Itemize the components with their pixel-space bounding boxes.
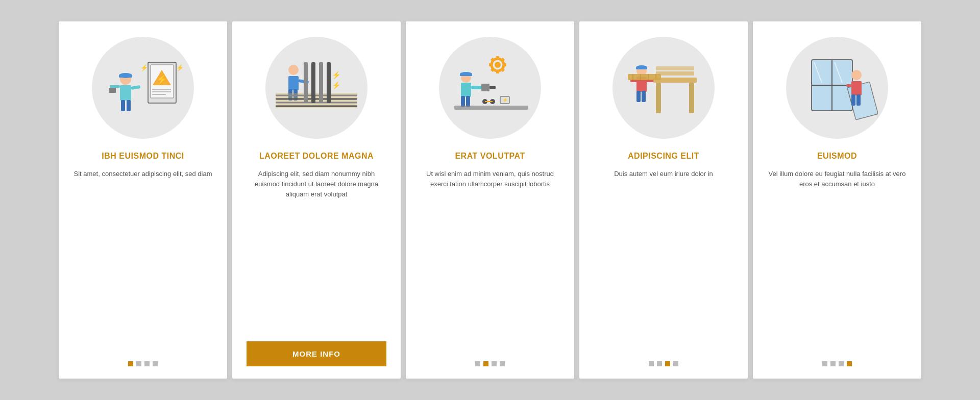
svg-rect-63 (636, 91, 641, 102)
svg-rect-38 (503, 63, 506, 66)
dot-active (483, 361, 488, 366)
svg-rect-42 (489, 63, 492, 66)
card-2-title: LAOREET DOLORE MAGNA (259, 151, 374, 162)
card-3-title: ERAT VOLUTPAT (455, 151, 525, 162)
svg-text:⚡: ⚡ (332, 71, 341, 80)
dot (673, 361, 678, 366)
svg-rect-51 (481, 84, 489, 91)
cards-container: ⚡ ⚡ ⚡ IBH EUISMOD TINCI Sit amet, consec… (38, 21, 942, 379)
dot (144, 361, 150, 366)
card-3: ⚡ ERAT VOLUTPAT Ut wisi enim ad minim ve… (406, 21, 574, 379)
card-5-icon (796, 52, 878, 123)
svg-rect-84 (851, 81, 862, 95)
svg-rect-52 (489, 86, 496, 89)
svg-rect-85 (851, 94, 855, 106)
svg-text:⚡: ⚡ (176, 64, 184, 71)
svg-text:⚡: ⚡ (140, 64, 148, 71)
svg-rect-75 (656, 71, 694, 76)
card-1: ⚡ ⚡ ⚡ IBH EUISMOD TINCI Sit amet, consec… (59, 21, 227, 379)
svg-rect-53 (454, 106, 528, 110)
dot (822, 361, 827, 366)
card-1-dots (128, 361, 158, 366)
dot (475, 361, 480, 366)
card-4-icon (623, 52, 704, 123)
svg-rect-87 (846, 84, 851, 87)
svg-point-18 (288, 65, 299, 75)
dot-active (665, 361, 670, 366)
svg-point-83 (851, 70, 862, 80)
svg-point-35 (495, 62, 501, 68)
svg-text:⚡: ⚡ (332, 81, 341, 90)
card-3-text: Ut wisi enim ad minim veniam, quis nostr… (420, 169, 560, 350)
card-4: ADIPISCING ELIT Duis autem vel eum iriur… (579, 21, 748, 379)
dot (649, 361, 654, 366)
svg-rect-61 (636, 67, 647, 69)
svg-rect-28 (304, 62, 308, 103)
card-1-icon: ⚡ ⚡ ⚡ (102, 52, 184, 123)
svg-rect-86 (856, 94, 861, 106)
svg-rect-0 (120, 85, 131, 101)
more-info-button[interactable]: MORE INFO (247, 341, 386, 366)
svg-rect-74 (689, 83, 694, 113)
card-2-icon: ⚡ ⚡ (276, 52, 357, 123)
card-4-dots (649, 361, 678, 366)
dot-active (128, 361, 133, 366)
svg-rect-19 (288, 76, 299, 90)
card-5-title: EUISMOD (817, 151, 857, 162)
dot (153, 361, 158, 366)
svg-text:⚡: ⚡ (502, 97, 508, 103)
card-4-text: Duis autem vel eum iriure dolor in (614, 169, 713, 350)
svg-rect-5 (110, 85, 120, 88)
svg-text:⚡: ⚡ (156, 74, 168, 85)
card-5-icon-circle (786, 37, 888, 139)
card-3-icon-circle: ⚡ (439, 37, 541, 139)
dot (830, 361, 836, 366)
svg-rect-3 (119, 76, 132, 78)
svg-rect-47 (461, 83, 471, 97)
dot (492, 361, 497, 366)
svg-rect-76 (656, 66, 694, 70)
svg-rect-49 (466, 96, 470, 107)
svg-rect-46 (460, 74, 472, 76)
card-1-title: IBH EUISMOD TINCI (102, 151, 184, 162)
card-2: ⚡ ⚡ LAOREET DOLORE MAGNA Adipiscing elit… (232, 21, 401, 379)
card-5-dots (822, 361, 852, 366)
card-2-text: Adipiscing elit, sed diam nonummy nibh e… (247, 169, 386, 330)
card-3-icon: ⚡ (449, 52, 531, 123)
card-1-text: Sit amet, consectetuer adipiscing elit, … (74, 169, 212, 350)
card-5: EUISMOD Vel illum dolore eu feugiat null… (753, 21, 921, 379)
dot-active (847, 361, 852, 366)
svg-rect-73 (656, 83, 661, 113)
dot (839, 361, 844, 366)
card-4-icon-circle (612, 37, 715, 139)
card-2-icon-circle: ⚡ ⚡ (265, 37, 368, 139)
dot (657, 361, 662, 366)
dot (500, 361, 505, 366)
card-1-icon-circle: ⚡ ⚡ ⚡ (92, 37, 194, 139)
svg-rect-6 (109, 88, 116, 93)
svg-rect-40 (496, 70, 499, 73)
card-4-title: ADIPISCING ELIT (628, 151, 699, 162)
svg-rect-48 (461, 96, 465, 107)
svg-rect-30 (319, 62, 323, 103)
svg-rect-8 (127, 100, 131, 111)
svg-rect-36 (496, 56, 499, 59)
svg-rect-7 (121, 100, 125, 111)
dot (136, 361, 141, 366)
card-5-text: Vel illum dolore eu feugiat nulla facili… (767, 169, 907, 350)
svg-rect-31 (327, 62, 331, 103)
svg-rect-72 (653, 78, 697, 83)
svg-rect-4 (131, 85, 140, 90)
svg-rect-64 (642, 91, 646, 102)
svg-rect-29 (311, 62, 315, 103)
card-3-dots (475, 361, 505, 366)
